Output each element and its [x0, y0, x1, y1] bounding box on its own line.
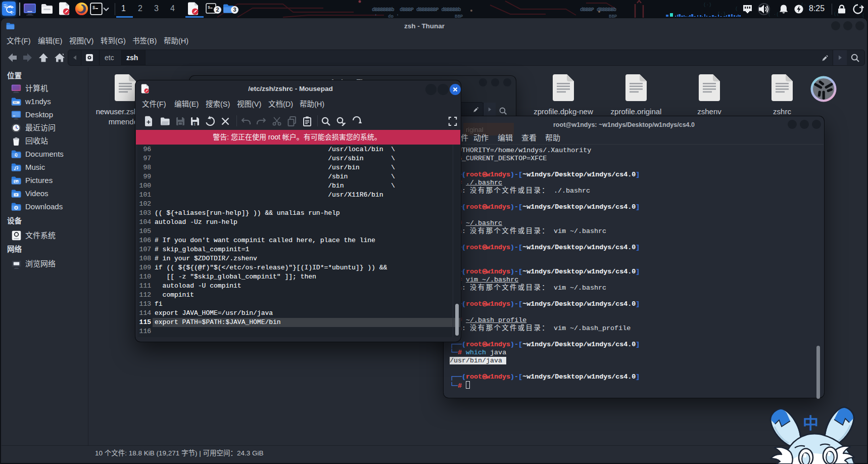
svg-text:$: $	[92, 6, 95, 11]
svg-text:(·): (·)	[703, 3, 711, 8]
svg-text:$: $	[208, 6, 210, 10]
svg-text:I: I	[194, 122, 196, 126]
